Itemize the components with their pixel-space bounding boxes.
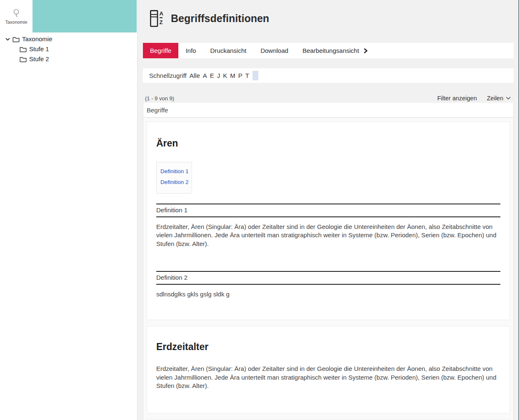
tab-label: Info [185,47,196,54]
quick-access-bar: Schnellzugriff Alle A E J K M P T [143,68,514,83]
entry-title: Erdzeitalter [156,326,500,353]
definition-heading: Definition 1 [156,204,500,217]
tab-druckansicht[interactable]: Druckansicht [203,43,253,58]
page-title: Begriffsdefinitionen [171,12,269,25]
definition-heading: Definition 2 [156,271,500,285]
quick-access-letter-j[interactable]: J [217,72,220,79]
tab-begriffe[interactable]: Begriffe [143,43,178,58]
tab-download[interactable]: Download [253,43,295,58]
folder-icon [20,46,27,52]
quick-access-letter-m[interactable]: M [230,72,235,79]
svg-text:A: A [160,10,164,17]
chevron-right-icon [363,48,368,54]
chevron-down-icon[interactable] [5,37,11,42]
definition-text: Erdzeitalter, Ären (Singular: Ära) oder … [156,365,500,390]
tree-node-taxonomie[interactable]: Taxonomie [0,34,137,44]
sidebar-tab-taxonomie[interactable]: Taxonomie [0,0,32,32]
entry-title: Ären [156,122,500,149]
tree-icon [12,8,21,17]
definition-section-1: Definition 1 Erdzeitalter, Ären (Singula… [156,204,500,249]
tab-label: Bearbeitungsansicht [302,47,359,54]
page-header: A Z Begriffsdefinitionen [150,10,269,27]
toc-link-definition-2[interactable]: Definition 2 [160,177,189,188]
az-book-icon: A Z [150,10,165,27]
tab-label: Download [260,47,288,54]
quick-access-letter-k[interactable]: K [223,72,227,79]
quick-access-letter-t[interactable]: T [245,72,249,79]
sidebar: Taxonomie Taxonomie [0,0,138,420]
results-bar: (1 - 9 von 9) Filter anzeigen Zeilen [143,94,514,102]
filter-toggle[interactable]: Filter anzeigen [437,95,477,102]
tree-node-label: Taxonomie [22,34,52,44]
list-item-erdzeitalter: Erdzeitalter Erdzeitalter, Ären (Singula… [147,326,510,413]
tabbar: Begriffe Info Druckansicht Download Bear… [143,43,514,58]
tab-bearbeitungsansicht[interactable]: Bearbeitungsansicht [295,43,375,58]
tree-node-stufe-2[interactable]: Stufe 2 [0,54,137,64]
main-content: A Z Begriffsdefinitionen Begriffe Info D… [138,0,520,420]
quick-access-highlight [252,71,258,80]
definition-text: sdlnsdglks gkls gslg sldk g [156,290,500,299]
folder-icon [20,56,27,62]
tab-label: Druckansicht [210,47,246,54]
scrollbar-thumb[interactable] [518,0,519,420]
toc-link-definition-1[interactable]: Definition 1 [160,166,189,177]
svg-text:Z: Z [160,19,163,25]
rows-dropdown[interactable]: Zeilen [487,95,511,102]
list-item-aeren: Ären Definition 1 Definition 2 Definitio… [147,122,510,320]
tree-node-label: Stufe 1 [29,44,49,54]
column-header-begriffe: Begriffe [143,103,513,118]
tab-info[interactable]: Info [178,43,203,58]
sidebar-header-block [32,0,137,32]
tree-node-stufe-1[interactable]: Stufe 1 [0,44,137,54]
results-count: (1 - 9 von 9) [145,95,174,102]
sidebar-tab-label: Taxonomie [5,20,27,25]
quick-access-letter-a[interactable]: A [203,72,207,79]
results-list: Ären Definition 1 Definition 2 Definitio… [143,118,513,420]
definition-section-2: Definition 2 sdlnsdglks gkls gslg sldk g [156,271,500,299]
tab-label: Begriffe [150,47,171,54]
quick-access-letter-p[interactable]: P [238,72,242,79]
quick-access-alle[interactable]: Alle [190,72,200,79]
rows-dropdown-label: Zeilen [487,95,504,102]
folder-icon [12,36,20,42]
results-panel: Begriffe Ären Definition 1 Definition 2 … [143,103,514,420]
quick-access-letter-e[interactable]: E [210,72,214,79]
chevron-down-icon [506,97,511,100]
tree-node-label: Stufe 2 [29,54,49,64]
app-window: Taxonomie Taxonomie [0,0,520,420]
quick-access-label: Schnellzugriff [149,72,187,79]
taxonomy-tree: Taxonomie Stufe 1 Stufe 2 [0,34,137,64]
definition-toc: Definition 1 Definition 2 [156,162,192,194]
definition-text: Erdzeitalter, Ären (Singular: Ära) oder … [156,223,500,249]
